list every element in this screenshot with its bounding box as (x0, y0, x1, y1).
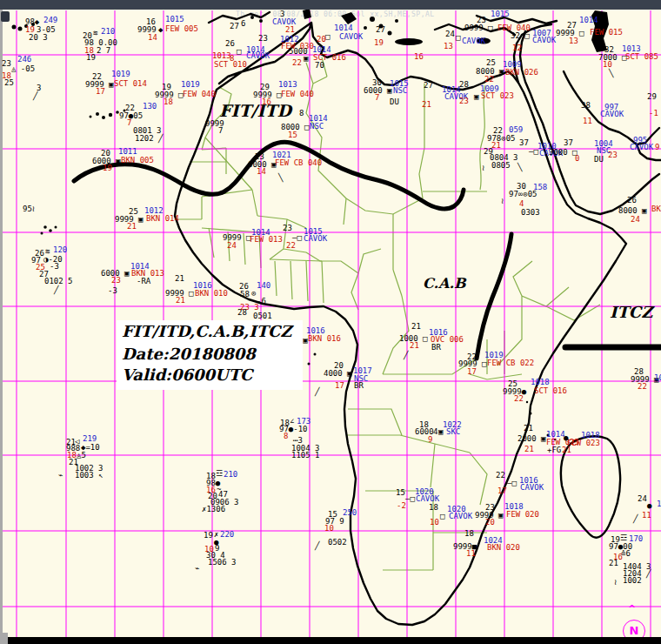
station-text: 4000 ▣ (324, 370, 352, 378)
station-text: 246 (17, 56, 31, 64)
station-text: BKN 014 (146, 215, 179, 223)
station-text: 13 (569, 37, 578, 45)
station-text: FEW 023 (567, 439, 600, 447)
station-text: 25 (4, 79, 14, 87)
station-text: 8 (284, 433, 288, 440)
station-text: CAVOK (532, 37, 556, 44)
station-text: ✗1306 (202, 506, 225, 513)
station-text: 18 (464, 530, 474, 538)
station-text: SCT 016 (534, 387, 567, 395)
window-bottom-corner (0, 633, 8, 644)
station-text: FEW 015 (590, 29, 623, 37)
station-text: 1002 (623, 577, 642, 585)
station-text: FEW 005 (165, 25, 198, 33)
station-text: CAVOK (449, 513, 472, 520)
station-text: ╱ (315, 388, 319, 396)
station-text: SCT 085 (625, 53, 658, 61)
station-text: SCT 010 (214, 61, 247, 69)
station-text: ▣ (474, 93, 478, 101)
station-text: 23 (608, 151, 618, 159)
station-text: ≀ (614, 579, 617, 587)
station-text: 17 (497, 487, 507, 495)
map-canvas (0, 10, 661, 644)
station-text: 9 (655, 144, 659, 151)
station-text: 20 (485, 519, 495, 527)
station-text: 6 (241, 20, 245, 28)
station-text: FEW 020 (506, 511, 539, 519)
station-text: 27 (424, 82, 433, 90)
station-text: ╲ (278, 174, 283, 182)
station-text: 27 (376, 26, 385, 34)
station-text: 21 (176, 297, 185, 305)
station-text: 3 (280, 10, 284, 18)
chart-legend: FIT/ITD,C.A.B,ITCZ Date:20180808 Valid:0… (117, 320, 303, 390)
station-text: FEW 040 (183, 91, 216, 98)
station-text: 22 (514, 395, 524, 403)
station-text: CAVOK (462, 37, 485, 45)
station-text: 32 □ (511, 32, 530, 40)
station-text: 97∞⊙05 (509, 191, 537, 198)
station-text: SCT 014 (114, 80, 147, 88)
legend-title: FIT/ITD,C.A.B,ITCZ (122, 322, 292, 340)
station-text: 26 (225, 40, 235, 48)
station-text: 13 (444, 43, 453, 50)
station-text: 3000 □ (549, 149, 578, 157)
station-text: 11 (583, 117, 592, 125)
station-text: 37 (519, 139, 529, 147)
station-text: ⌁ (58, 472, 63, 480)
station-text: NSC (393, 87, 407, 95)
station-text: 7 (375, 94, 379, 102)
station-text: ▣ (304, 55, 308, 63)
station-text: 8 (299, 110, 304, 117)
station-text: 1019 (181, 81, 200, 89)
station-text: 4 (433, 428, 437, 436)
station-text: CAVOK (339, 33, 363, 41)
station-text: 1015 (491, 10, 510, 18)
station-text: 1003 ↖ (75, 472, 103, 480)
station-text: 19 (86, 54, 96, 62)
station-text: FEW CB 022 (487, 359, 534, 367)
station-text: 4 (519, 200, 524, 208)
station-text: 22 (292, 59, 302, 67)
station-text: ⌁ (195, 565, 199, 573)
station-text: 0805 (491, 162, 511, 170)
station-text: 1018 (654, 374, 661, 382)
station-text: 1202 ╱ (135, 135, 164, 143)
station-text: 1019 (111, 70, 130, 78)
station-text: 11 (642, 512, 651, 520)
legend-valid-time: Valid:0600UTC (122, 366, 252, 384)
window-bottom-bar (0, 637, 661, 644)
station-text: 1018 (531, 379, 550, 386)
station-text: 14 (148, 34, 157, 42)
station-text: 23 (258, 35, 268, 43)
station-text: FEW 040 (281, 91, 314, 98)
station-text: ⊙ (251, 290, 256, 298)
station-text: 250 (343, 509, 357, 517)
station-text: 1506 3 (208, 559, 237, 567)
station-text: 19 (204, 532, 213, 540)
station-text: 12 (512, 44, 522, 52)
station-text: ● (647, 502, 651, 510)
station-text: 21 (524, 425, 533, 433)
station-text: 17 (96, 88, 105, 96)
station-text: 37 (564, 139, 573, 147)
station-text: 220 (220, 531, 234, 539)
station-text: 24 (445, 30, 455, 38)
station-text: 11 (466, 550, 476, 558)
station-text: 15 (396, 489, 405, 497)
station-text: ╱ (633, 515, 638, 523)
station-text: ▣ (438, 428, 443, 436)
station-text: FEW 040 (497, 24, 531, 32)
station-text: 210 (101, 28, 115, 36)
station-text: 0102 5 (44, 278, 73, 285)
station-text: □ (440, 513, 444, 520)
station-text: SKC (446, 428, 460, 436)
station-text: 1013 (278, 81, 297, 89)
station-text: 16 (414, 53, 424, 61)
station-text: 0501 (253, 312, 272, 320)
station-text: 2000 ▣ (517, 435, 546, 443)
station-text: BR (354, 382, 364, 390)
station-text: 20 3 (29, 34, 48, 42)
station-text: 15 (288, 131, 297, 139)
station-text: 23 (283, 225, 292, 232)
